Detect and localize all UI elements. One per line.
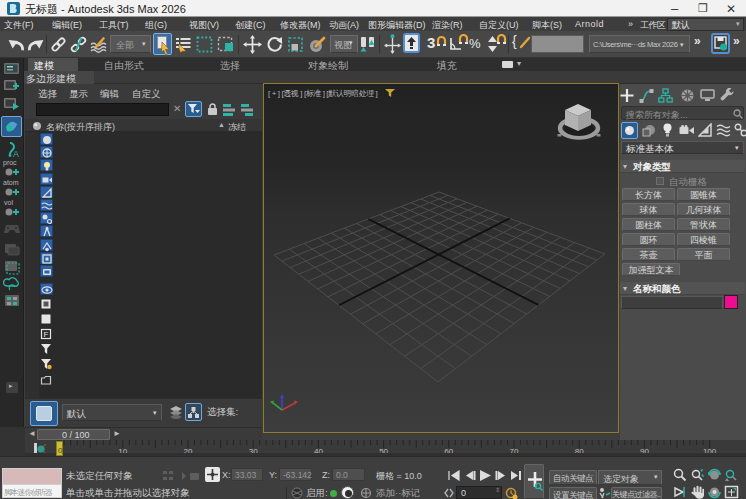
svg-text:F: F	[44, 330, 49, 339]
svg-text:A: A	[13, 149, 19, 158]
